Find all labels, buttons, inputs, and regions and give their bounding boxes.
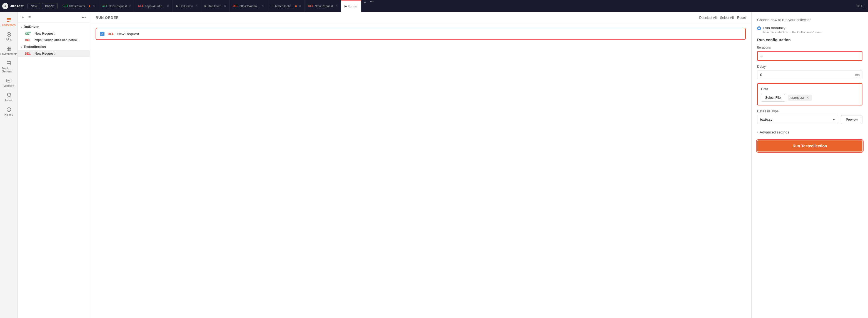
- radio-dot: [757, 26, 761, 30]
- svg-rect-4: [7, 47, 9, 48]
- svg-point-16: [10, 96, 11, 97]
- select-file-button[interactable]: Select File: [761, 94, 785, 102]
- data-section-label: Data: [761, 87, 859, 91]
- tab-more-button[interactable]: •••: [368, 0, 375, 12]
- file-badge-close-button[interactable]: ✕: [806, 96, 809, 100]
- tab-label: New Request: [315, 4, 333, 8]
- tree-group-testcollection[interactable]: ▾ Testcollection: [18, 43, 90, 50]
- data-file-type-group: Data File Type text/csv application/json…: [757, 109, 863, 124]
- deselect-all-button[interactable]: Deselect All: [699, 16, 717, 20]
- tab-icon: ▶: [176, 4, 178, 8]
- tab-close[interactable]: ✕: [195, 4, 197, 7]
- sidebar-item-environments[interactable]: Environments: [1, 44, 17, 58]
- tab-icon: ▶: [344, 4, 347, 8]
- app-icon: J: [2, 3, 8, 9]
- tab-close[interactable]: ✕: [261, 4, 264, 7]
- svg-rect-0: [7, 18, 11, 19]
- tree-item-del-new-request[interactable]: DEL New Request: [18, 50, 90, 57]
- run-item-name: New Request: [117, 32, 139, 36]
- sidebar-icon-label: Mock Servers: [2, 67, 16, 73]
- method-badge: DEL: [25, 39, 33, 42]
- method-badge: GET: [25, 32, 33, 35]
- tab-get-new-request[interactable]: GET New Request ✕: [98, 0, 135, 12]
- tab-method: DEL: [233, 4, 238, 7]
- tab-label: DatDriven: [208, 4, 221, 8]
- tab-testcollection[interactable]: ☐ Testcollectio... ✕: [267, 0, 305, 12]
- import-button[interactable]: Import: [42, 3, 58, 9]
- sidebar-filter-button[interactable]: ≡: [27, 14, 32, 20]
- data-file-row: Select File users.csv ✕: [761, 94, 859, 102]
- sidebar-add-button[interactable]: +: [21, 14, 25, 20]
- tab-close[interactable]: ✕: [93, 4, 95, 7]
- tab-del-kuriflo2[interactable]: DEL https://kuriflo... ✕: [229, 0, 268, 12]
- delay-wrapper: ms: [757, 70, 863, 79]
- data-file-type-label: Data File Type: [757, 109, 863, 113]
- tab-dot: [295, 5, 297, 7]
- select-all-button[interactable]: Select All: [720, 16, 734, 20]
- tab-datdriven2[interactable]: ▶ DatDriven ✕: [201, 0, 229, 12]
- sidebar-icon-label: Flows: [5, 99, 12, 102]
- iterations-label: Iterations: [757, 45, 863, 49]
- tree-item-label: New Request: [34, 51, 55, 56]
- run-collection-button[interactable]: Run Testcollection: [757, 140, 863, 151]
- tab-del-new-request[interactable]: DEL New Request ✕: [305, 0, 341, 12]
- tree-item-del-kuriflo[interactable]: DEL https://kuriflo.atlassian.net/re...: [18, 37, 90, 43]
- run-list: DEL New Request: [90, 23, 751, 318]
- tab-close[interactable]: ✕: [167, 4, 169, 7]
- svg-point-13: [7, 93, 8, 94]
- sidebar-item-history[interactable]: History: [1, 105, 17, 118]
- run-checkbox[interactable]: [100, 32, 104, 36]
- tab-icon: ☐: [271, 4, 273, 8]
- tab-datdriven[interactable]: ▶ DatDriven ✕: [173, 0, 201, 12]
- run-manually-option[interactable]: Run manually Run this collection in the …: [757, 26, 863, 34]
- main-content: RUN ORDER Deselect All Select All Reset …: [90, 12, 751, 318]
- run-order-actions: Deselect All Select All Reset: [699, 16, 746, 20]
- tree-item-get-new-request[interactable]: GET New Request: [18, 30, 90, 37]
- tab-runner[interactable]: ▶ Runner: [341, 0, 362, 12]
- tab-del-kuriflo[interactable]: DEL https://kuriflo... ✕: [135, 0, 173, 12]
- delay-unit: ms: [855, 73, 860, 77]
- reset-button[interactable]: Reset: [737, 16, 746, 20]
- svg-rect-6: [7, 49, 9, 51]
- app-name: J JiraTest: [2, 3, 24, 9]
- svg-rect-5: [9, 47, 11, 48]
- preview-button[interactable]: Preview: [841, 115, 863, 124]
- tab-close[interactable]: ✕: [129, 4, 131, 7]
- no-env-label: No E...: [856, 4, 866, 8]
- sidebar-icon-label: Collections: [2, 24, 16, 27]
- sidebar-icon-label: Environments: [0, 52, 17, 56]
- sidebar-icon-label: History: [4, 113, 13, 116]
- advanced-settings-row[interactable]: › Advanced settings: [757, 128, 863, 137]
- svg-point-14: [10, 93, 11, 94]
- file-type-select[interactable]: text/csv application/json: [757, 115, 838, 124]
- tab-label: https://kuriflo...: [240, 4, 259, 8]
- tab-close[interactable]: ✕: [335, 4, 338, 7]
- tab-get-kuriflo[interactable]: GET https://kurifi... ✕: [59, 0, 98, 12]
- delay-input[interactable]: [757, 70, 863, 79]
- sidebar-more-button[interactable]: •••: [81, 14, 87, 20]
- sidebar-content: ▾ DatDriven GET New Request DEL https://…: [18, 23, 90, 318]
- tab-close[interactable]: ✕: [299, 4, 301, 7]
- sidebar-header: + ≡ •••: [18, 12, 90, 23]
- sidebar-item-monitors[interactable]: Monitors: [1, 76, 17, 90]
- sidebar-item-mock-servers[interactable]: Mock Servers: [1, 58, 17, 75]
- tab-add-button[interactable]: +: [362, 0, 368, 12]
- topbar: J JiraTest New Import GET https://kurifi…: [0, 0, 868, 12]
- radio-label: Run manually: [763, 26, 822, 30]
- chevron-right-icon: ›: [757, 131, 758, 134]
- tree-group-datdriven[interactable]: ▾ DatDriven: [18, 24, 90, 30]
- run-config-title: Run configuration: [757, 38, 863, 42]
- radio-desc: Run this collection in the Collection Ru…: [763, 31, 822, 34]
- sidebar-item-collections[interactable]: Collections: [1, 15, 17, 29]
- run-item-method: DEL: [108, 32, 114, 36]
- tree-item-label: New Request: [34, 32, 55, 36]
- sidebar-panel: + ≡ ••• ▾ DatDriven GET New Request DEL …: [18, 12, 90, 318]
- tab-close[interactable]: ✕: [224, 4, 226, 7]
- sidebar-item-flows[interactable]: Flows: [1, 90, 17, 104]
- new-button[interactable]: New: [28, 3, 40, 9]
- tree-item-label: https://kuriflo.atlassian.net/re...: [34, 38, 80, 42]
- svg-rect-2: [7, 21, 9, 22]
- sidebar-item-apis[interactable]: APIs: [1, 29, 17, 43]
- run-order-title: RUN ORDER: [96, 15, 119, 20]
- iterations-input[interactable]: [757, 51, 863, 61]
